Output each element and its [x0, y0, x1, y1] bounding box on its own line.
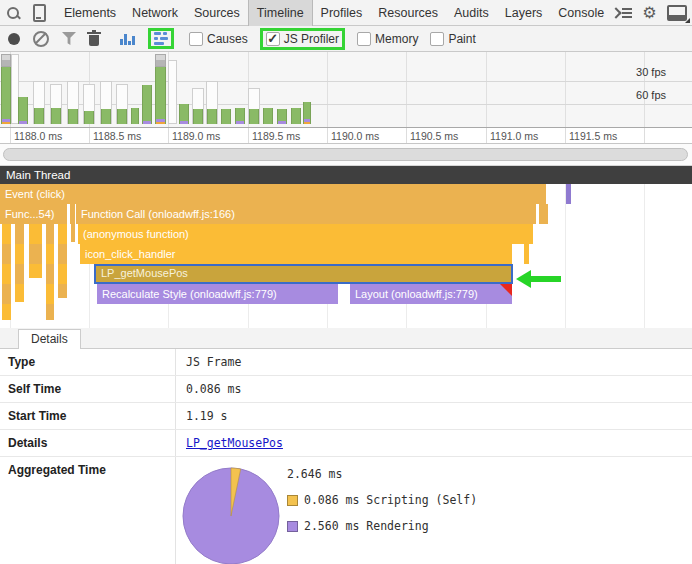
flame-bar-function-call-onloadwff-js-166[interactable]: Function Call (onloadwff.js:166) — [76, 204, 536, 224]
checkbox-box-js-profiler[interactable]: ✓ — [266, 32, 280, 46]
ruler-label: 1188.5 ms — [93, 130, 141, 142]
fps-scripting-segment — [304, 122, 310, 124]
tab-network[interactable]: Network — [124, 0, 186, 26]
flame-bar-recalculate-style-onloadwff-js-779[interactable]: Recalculate Style (onloadwff.js:779) — [97, 284, 338, 304]
device-toolbar-icon-glyph — [33, 4, 46, 22]
fps-overview-chart[interactable]: 30 fps60 fps — [0, 52, 692, 128]
flame-bar-lp-getmousepos[interactable]: LP_getMousePos — [94, 264, 513, 284]
chevron-icon — [611, 7, 622, 18]
flame-bar-layout-onloadwff-js-779[interactable]: Layout (onloadwff.js:779) — [350, 284, 512, 304]
dock-side-icon[interactable] — [667, 5, 687, 21]
fps-frame-bar — [235, 108, 245, 124]
fps-rendering-segment — [143, 121, 151, 124]
flame-bar-tick[interactable] — [566, 184, 571, 204]
pie-legend-text: 0.086 ms Scripting (Self) — [304, 493, 477, 507]
details-tabstrip: Details — [0, 328, 692, 349]
search-icon[interactable] — [0, 1, 26, 25]
filter-icon[interactable] — [62, 32, 76, 45]
flame-bar-tick[interactable] — [543, 204, 548, 224]
main-thread-header[interactable]: Main Thread — [0, 166, 692, 184]
checkbox-paint[interactable]: Paint — [430, 32, 475, 46]
flame-call-stripe[interactable] — [46, 224, 54, 320]
ruler-label: 1191.0 ms — [490, 130, 538, 142]
flame-call-stripe[interactable] — [29, 224, 42, 278]
trash-icon[interactable] — [89, 35, 99, 46]
details-row-value: LP_getMousePos — [175, 430, 692, 456]
tab-elements[interactable]: Elements — [56, 0, 124, 26]
settings-gear-icon[interactable]: ⚙ — [642, 5, 656, 21]
fps-threshold-label: 30 fps — [636, 66, 666, 78]
ruler-tick — [644, 128, 645, 143]
checkbox-label: JS Profiler — [284, 32, 339, 46]
clear-icon[interactable] — [33, 31, 49, 47]
fps-frame-bar — [1, 67, 11, 124]
fps-frame-bar — [207, 109, 217, 124]
tab-resources[interactable]: Resources — [370, 0, 446, 26]
fps-frame-bar — [193, 109, 203, 124]
fps-gridline — [565, 52, 566, 128]
checkbox-label: Paint — [448, 32, 475, 46]
fps-frame-bar — [303, 102, 311, 124]
details-row-details: DetailsLP_getMousePos — [0, 430, 692, 457]
horizontal-scrollbar[interactable] — [3, 148, 688, 161]
tab-sources[interactable]: Sources — [186, 0, 248, 26]
flame-call-stripe[interactable] — [2, 224, 11, 320]
flame-bar-icon-click-handler[interactable]: icon_click_handler — [80, 244, 512, 264]
tab-details[interactable]: Details — [18, 329, 81, 349]
fps-frame-bar — [263, 108, 273, 124]
flame-bar-event-click[interactable]: Event (click) — [0, 184, 546, 204]
flame-call-stripe[interactable] — [15, 224, 24, 302]
fps-frame-bar — [277, 109, 287, 124]
flame-view-icon[interactable] — [154, 32, 168, 45]
tab-audits[interactable]: Audits — [446, 0, 497, 26]
timeline-toolbar: Causes✓JS ProfilerMemoryPaint — [0, 26, 692, 52]
fps-frame-bar — [155, 67, 166, 124]
ruler-label: 1189.0 ms — [172, 130, 220, 142]
tab-console[interactable]: Console — [550, 0, 612, 26]
tab-timeline[interactable]: Timeline — [248, 0, 313, 26]
record-icon[interactable] — [8, 33, 20, 45]
ruler-label: 1188.0 ms — [14, 130, 62, 142]
fps-frame-outline — [168, 60, 177, 124]
checkbox-js-profiler[interactable]: ✓JS Profiler — [260, 28, 345, 50]
console-drawer-icon[interactable] — [612, 8, 632, 18]
pie-legend-swatch — [287, 495, 298, 506]
flame-bar-tick[interactable] — [524, 244, 529, 264]
aggregated-time-row: Aggregated Time 2.646 ms 0.086 ms Script… — [0, 457, 692, 564]
checkbox-causes[interactable]: Causes — [189, 32, 248, 46]
tabbar-right-icons: ⚙ × — [612, 0, 692, 26]
ruler-label: 1189.5 ms — [252, 130, 300, 142]
checkbox-memory[interactable]: Memory — [357, 32, 418, 46]
fps-frame-bar — [249, 109, 259, 124]
fps-rendering-segment — [278, 121, 286, 124]
search-icon-glyph — [6, 6, 20, 20]
aggregated-time-pie-chart — [181, 466, 281, 564]
checkbox-box-paint[interactable] — [430, 32, 444, 46]
flame-bar-anonymous-function[interactable]: (anonymous function) — [78, 224, 533, 244]
fps-frame-bar — [68, 109, 78, 124]
pie-legend-item: 0.086 ms Scripting (Self) — [287, 493, 477, 507]
details-row-value: JS Frame — [175, 349, 692, 375]
details-row-label: Type — [0, 349, 175, 375]
pie-legend-item: 2.560 ms Rendering — [287, 519, 477, 533]
device-toolbar-icon[interactable] — [26, 1, 52, 25]
tab-layers[interactable]: Layers — [497, 0, 551, 26]
flame-call-stripe[interactable] — [58, 224, 67, 298]
checkbox-box-causes[interactable] — [189, 32, 203, 46]
frames-chart-icon[interactable] — [120, 33, 135, 45]
flame-bar-tick[interactable] — [70, 204, 75, 224]
flame-chart[interactable]: Main Thread Event (click)Func...54)Funct… — [0, 166, 692, 328]
fps-scripting-segment — [156, 122, 165, 124]
ruler-tick — [89, 128, 90, 143]
fps-threshold-label: 60 fps — [636, 89, 666, 101]
flame-call-stripe[interactable] — [71, 224, 75, 242]
fps-rendering-segment — [236, 121, 244, 124]
fps-frame-bar — [179, 104, 189, 124]
flame-bar-func-54[interactable]: Func...54) — [0, 204, 67, 224]
tab-profiles[interactable]: Profiles — [313, 0, 371, 26]
fps-idle-cap — [155, 54, 166, 67]
details-link[interactable]: LP_getMousePos — [186, 436, 283, 450]
ruler-tick — [327, 128, 328, 143]
fps-scripting-segment — [2, 122, 10, 124]
checkbox-box-memory[interactable] — [357, 32, 371, 46]
